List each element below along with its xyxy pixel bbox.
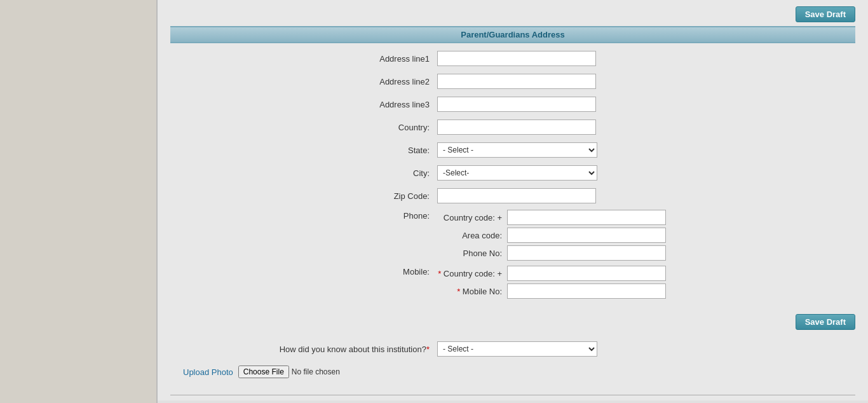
city-select[interactable]: -Select- — [437, 165, 597, 181]
zip-code-input[interactable] — [437, 188, 596, 203]
bottom-save-draft-button[interactable]: Save Draft — [796, 314, 855, 330]
upload-photo-label: Upload Photo — [183, 367, 233, 377]
top-save-row: Save Draft — [158, 0, 868, 26]
country-code-input[interactable] — [507, 210, 666, 225]
phone-label: Phone: — [170, 210, 437, 221]
section-header: Parent/Guardians Address — [170, 26, 855, 43]
phone-sub-rows: Country code: + Area code: Phone No: — [437, 210, 666, 261]
divider — [170, 395, 855, 395]
country-code-row: Country code: + — [437, 210, 666, 225]
address-line1-row: Address line1 — [170, 50, 855, 67]
mobile-country-code-label: * Country code: + — [437, 269, 507, 278]
phone-no-row: Phone No: — [437, 245, 666, 261]
form-area: Address line1 Address line2 Address line… — [158, 43, 868, 310]
mobile-no-input[interactable] — [507, 283, 666, 299]
mobile-sub-rows: * Country code: + * Mobile No: — [437, 266, 666, 299]
country-label: Country: — [170, 123, 437, 132]
address-line2-row: Address line2 — [170, 72, 855, 90]
area-code-label: Area code: — [437, 231, 507, 240]
mobile-country-code-input[interactable] — [507, 266, 666, 281]
upload-photo-input[interactable] — [238, 365, 383, 378]
zip-code-row: Zip Code: — [170, 187, 855, 205]
mobile-country-code-row: * Country code: + — [437, 266, 666, 281]
address-line2-input[interactable] — [437, 74, 596, 89]
state-row: State: - Select - — [170, 141, 855, 159]
country-row: Country: — [170, 118, 855, 136]
mobile-no-row: * Mobile No: — [437, 283, 666, 299]
how-label-text: How did you know about this institution? — [280, 345, 426, 354]
mobile-block: Mobile: * Country code: + * Mobile No: — [170, 266, 855, 299]
address-line3-row: Address line3 — [170, 95, 855, 113]
mobile-country-code-text: Country code: + — [444, 269, 502, 278]
bottom-buttons: Submit Cancel — [158, 400, 868, 403]
area-code-row: Area code: — [437, 228, 666, 243]
phone-no-input[interactable] — [507, 245, 666, 261]
country-code-label: Country code: + — [437, 213, 507, 222]
country-input[interactable] — [437, 120, 596, 135]
address-line1-input[interactable] — [437, 51, 596, 66]
state-label: State: — [170, 146, 437, 155]
address-line3-input[interactable] — [437, 97, 596, 112]
zip-code-label: Zip Code: — [170, 191, 437, 201]
how-label: How did you know about this institution?… — [170, 345, 437, 354]
how-row: How did you know about this institution?… — [170, 340, 855, 358]
top-save-draft-button[interactable]: Save Draft — [796, 6, 855, 22]
how-area: How did you know about this institution?… — [158, 334, 868, 390]
area-code-input[interactable] — [507, 228, 666, 243]
city-label: City: — [170, 168, 437, 178]
how-required-star: * — [426, 345, 430, 354]
mobile-no-text: Mobile No: — [463, 287, 502, 296]
mobile-no-required-star: * — [457, 287, 460, 296]
address-line1-label: Address line1 — [170, 54, 437, 64]
city-row: City: -Select- — [170, 164, 855, 182]
phone-block: Phone: Country code: + Area code: Phone … — [170, 210, 855, 261]
state-select[interactable]: - Select - — [437, 142, 597, 158]
mobile-label: Mobile: — [170, 266, 437, 277]
address-line3-label: Address line3 — [170, 100, 437, 109]
section-title: Parent/Guardians Address — [461, 30, 565, 39]
mobile-country-code-required-star: * — [438, 269, 441, 278]
mobile-no-label: * Mobile No: — [437, 287, 507, 296]
upload-photo-row: Upload Photo — [170, 365, 855, 378]
phone-no-label: Phone No: — [437, 249, 507, 258]
how-select[interactable]: - Select - — [437, 341, 597, 357]
address-line2-label: Address line2 — [170, 77, 437, 86]
bottom-save-row: Save Draft — [158, 310, 868, 334]
